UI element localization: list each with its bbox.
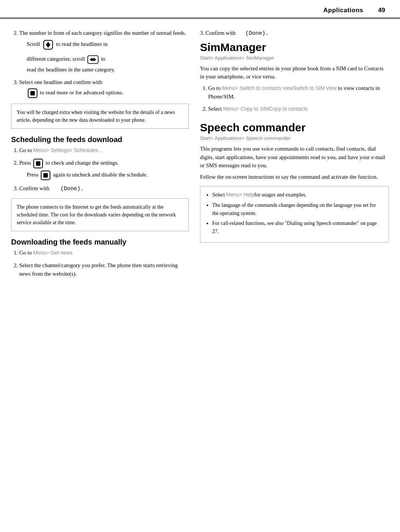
scroll-block-1: Scroll to read the headlines in (27, 39, 189, 51)
speech-follow: Follow the on-screen instructions to say… (200, 173, 389, 181)
sched-item-3: Confirm with (Done). (19, 184, 189, 193)
speech-bullet-1: Select Menu> Helpfor usages and examples… (212, 191, 383, 199)
svg-rect-12 (43, 173, 48, 178)
action-button-icon-2 (33, 158, 43, 169)
action-button-icon-3 (40, 170, 51, 181)
speech-text: This programs lets you use voice command… (200, 145, 389, 170)
svg-marker-1 (46, 42, 50, 45)
speech-bullet-list: Select Menu> Helpfor usages and examples… (206, 191, 383, 235)
speech-heading: Speech commander (200, 121, 389, 134)
downloading-list: Go to Menu> Get news Select the channel/… (11, 249, 189, 278)
speech-bullet-3: For call-related functions, see also "Di… (212, 219, 383, 235)
svg-marker-2 (46, 45, 50, 48)
page-header: Applications 49 (0, 0, 400, 18)
sched-item-2: Press to check and change the settings. … (19, 158, 189, 181)
speech-info-box: Select Menu> Helpfor usages and examples… (200, 186, 389, 242)
list-item-2: The number in front of each category sig… (19, 29, 189, 74)
header-page-number: 49 (378, 7, 385, 14)
left-list-top: The number in front of each category sig… (11, 29, 189, 98)
simmanager-list: Go to Menu> Switch to contacts viewSwitc… (200, 84, 389, 114)
scroll-nav-icon (42, 39, 54, 51)
svg-marker-4 (90, 58, 92, 62)
action-button-icon (27, 88, 38, 98)
scheduling-heading: Scheduling the feeds download (11, 135, 189, 144)
svg-rect-8 (30, 91, 35, 95)
info-box-1: You will be charged extra when visiting … (11, 104, 189, 129)
header-title: Applications (323, 7, 363, 14)
svg-rect-10 (36, 161, 40, 166)
downloading-heading: Downloading the feeds manually (11, 238, 189, 246)
list-item-3: Select one headline and confirm with to … (19, 78, 189, 98)
sim-item-2: Select Menu> Copy to SIMCopy to contacts (208, 105, 389, 113)
confirm-line: 3. Confirm with (Done). (200, 29, 389, 38)
sched-press-again: Press again to uncheck and disable the s… (27, 170, 189, 181)
scheduling-list: Go to Menu> Settings> Schedules... Press… (11, 146, 189, 193)
simmanager-heading: SimManager (200, 41, 389, 54)
page-columns: The number in front of each category sig… (0, 18, 400, 289)
left-column: The number in front of each category sig… (11, 29, 189, 282)
dl-item-1: Go to Menu> Get news (19, 249, 189, 257)
scroll-horizontal-icon (87, 54, 99, 65)
sched-item-1: Go to Menu> Settings> Schedules... (19, 146, 189, 155)
dl-item-2: Select the channel/category you prefer. … (19, 261, 189, 279)
speech-bullet-2: The language of the commands changes dep… (212, 201, 383, 217)
simmanager-text: You can copy the selected entries in you… (200, 64, 389, 81)
svg-marker-5 (94, 58, 96, 62)
action-btn-block: to read more or for advanced options. (27, 88, 189, 98)
scroll-block-2: different categories; scroll to (27, 54, 189, 74)
right-column: 3. Confirm with (Done). SimManager Start… (200, 29, 389, 282)
sim-item-1: Go to Menu> Switch to contacts viewSwitc… (208, 84, 389, 101)
info-box-2: The phone connects to the Internet to ge… (11, 198, 189, 231)
page: Applications 49 The number in front of e… (0, 0, 400, 532)
svg-rect-6 (92, 59, 94, 61)
simmanager-breadcrumb: Start> Applications> SimManager (200, 55, 389, 61)
speech-breadcrumb: Start> Applications> Speech commander (200, 135, 389, 141)
